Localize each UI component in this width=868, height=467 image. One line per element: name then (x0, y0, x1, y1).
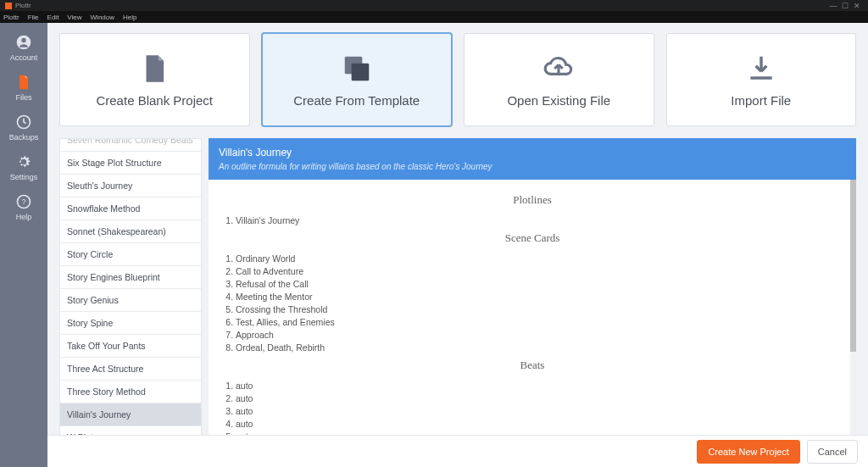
list-item: Test, Allies, and Enemies (236, 315, 841, 328)
menu-edit[interactable]: Edit (47, 14, 59, 21)
card-open-existing[interactable]: Open Existing File (464, 33, 654, 126)
menu-plottr[interactable]: Plottr (3, 14, 19, 21)
list-item: Ordinary World (236, 252, 841, 264)
window-titlebar: Plottr — ☐ ✕ (0, 0, 868, 11)
list-item: Approach (236, 328, 841, 341)
download-icon (745, 53, 777, 85)
sidebar-item-label: Settings (10, 173, 38, 181)
list-item: Meeting the Mentor (236, 290, 841, 303)
template-list-item[interactable]: Sonnet (Shakespearean) (60, 220, 201, 243)
template-list[interactable]: Seven Romantic Comedy BeatsSix Stage Plo… (59, 138, 202, 467)
scrollbar[interactable] (850, 180, 856, 467)
list-item: auto (236, 392, 841, 404)
scene-cards-heading: Scene Cards (224, 231, 841, 245)
menu-bar: Plottr File Edit View Window Help (0, 11, 868, 23)
card-create-from-template[interactable]: Create From Template (262, 33, 453, 126)
template-list-item[interactable]: Story Spine (60, 312, 201, 335)
clock-icon (15, 114, 32, 131)
card-import-file[interactable]: Import File (666, 33, 857, 126)
template-list-item[interactable]: Three Act Structure (60, 358, 201, 381)
action-cards-row: Create Blank Project Create From Templat… (59, 33, 856, 126)
scrollbar-thumb[interactable] (850, 180, 856, 352)
cancel-button[interactable]: Cancel (807, 440, 858, 464)
menu-view[interactable]: View (67, 14, 81, 21)
create-new-project-button[interactable]: Create New Project (697, 440, 799, 464)
list-item: Call to Adventure (236, 264, 841, 277)
card-label: Create Blank Project (96, 93, 213, 108)
detail-body[interactable]: Plotlines Villain's Journey Scene Cards … (209, 180, 856, 467)
sidebar-item-settings[interactable]: Settings (0, 147, 47, 187)
template-list-item[interactable]: Villain's Journey (60, 403, 201, 426)
app-title: Plottr (15, 2, 31, 9)
svg-text:?: ? (21, 197, 25, 206)
blank-file-icon (138, 53, 170, 85)
sidebar-item-files[interactable]: Files (0, 68, 47, 108)
footer-bar: Create New Project Cancel (47, 435, 868, 467)
sidebar-item-label: Files (15, 93, 31, 102)
template-list-item[interactable]: Story Circle (60, 243, 201, 266)
card-label: Import File (731, 93, 791, 108)
template-list-item[interactable]: Snowflake Method (60, 197, 201, 220)
app-logo-icon (5, 3, 12, 9)
list-item: auto (236, 404, 841, 417)
help-icon: ? (15, 193, 32, 210)
template-list-item[interactable]: Take Off Your Pants (60, 335, 201, 358)
maximize-button[interactable]: ☐ (839, 0, 851, 11)
template-list-item[interactable]: Story Engines Blueprint (60, 266, 201, 289)
template-list-item[interactable]: Six Stage Plot Structure (60, 152, 201, 175)
scene-cards-list: Ordinary WorldCall to AdventureRefusal o… (224, 252, 841, 353)
template-icon (341, 53, 373, 85)
sidebar-item-label: Account (10, 53, 38, 62)
user-icon (15, 34, 32, 51)
nav-sidebar: Account Files Backups Settings ? Help (0, 23, 47, 467)
file-icon (15, 74, 32, 91)
detail-description: An outline formula for writing villains … (219, 162, 846, 171)
template-detail-panel: Villain's Journey An outline formula for… (209, 138, 856, 467)
plotlines-heading: Plotlines (224, 193, 841, 207)
gear-icon (15, 153, 32, 170)
sidebar-item-label: Backups (9, 133, 39, 142)
template-list-item[interactable]: Seven Romantic Comedy Beats (60, 138, 201, 152)
svg-rect-6 (351, 63, 369, 81)
detail-title: Villain's Journey (219, 147, 846, 158)
template-list-item[interactable]: Story Genius (60, 289, 201, 312)
list-item: auto (236, 379, 841, 392)
menu-help[interactable]: Help (123, 14, 136, 21)
list-item: auto (236, 417, 841, 430)
card-create-blank[interactable]: Create Blank Project (59, 33, 250, 126)
list-item: Crossing the Threshold (236, 303, 841, 315)
list-item: Ordeal, Death, Rebirth (236, 341, 841, 353)
list-item: Villain's Journey (236, 214, 841, 226)
sidebar-item-account[interactable]: Account (0, 28, 47, 68)
menu-window[interactable]: Window (91, 14, 114, 21)
svg-point-1 (21, 38, 25, 42)
menu-file[interactable]: File (28, 14, 39, 21)
sidebar-item-backups[interactable]: Backups (0, 108, 47, 147)
list-item: Refusal of the Call (236, 277, 841, 290)
template-list-item[interactable]: Sleuth's Journey (60, 175, 201, 197)
cloud-upload-icon (542, 53, 575, 85)
close-button[interactable]: ✕ (851, 0, 863, 11)
card-label: Open Existing File (507, 93, 610, 108)
detail-header: Villain's Journey An outline formula for… (209, 138, 856, 180)
template-list-item[interactable]: Three Story Method (60, 381, 201, 403)
minimize-button[interactable]: — (827, 0, 839, 11)
plotlines-list: Villain's Journey (224, 214, 841, 226)
main-content: Create Blank Project Create From Templat… (47, 23, 868, 467)
sidebar-item-help[interactable]: ? Help (0, 187, 47, 227)
card-label: Create From Template (293, 93, 420, 108)
beats-heading: Beats (224, 359, 841, 372)
sidebar-item-label: Help (16, 213, 32, 221)
